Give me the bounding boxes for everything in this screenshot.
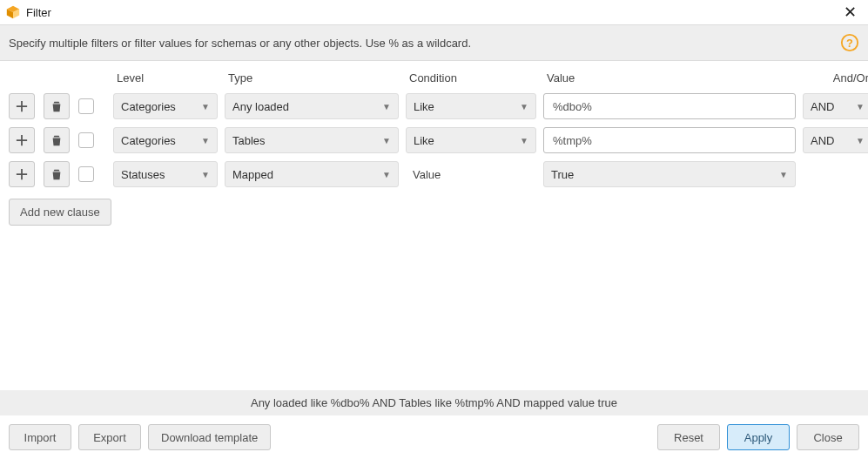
header-andor: And/Or [803,71,868,84]
svg-text:?: ? [846,37,853,50]
chevron-down-icon: ▼ [382,170,391,179]
chevron-down-icon: ▼ [856,102,865,111]
condition-select[interactable]: Like ▼ [406,93,536,119]
value-input[interactable] [543,127,796,153]
delete-row-button[interactable] [44,127,70,153]
add-row-button[interactable] [9,127,35,153]
filter-row: Statuses ▼ Mapped ▼ Value True ▼ [9,161,859,187]
chevron-down-icon: ▼ [201,170,210,179]
type-select-label: Tables [232,134,382,147]
value-input[interactable] [543,93,796,119]
header-condition: Condition [406,71,536,84]
type-select[interactable]: Mapped ▼ [225,161,399,187]
chevron-down-icon: ▼ [382,136,391,145]
chevron-down-icon: ▼ [201,136,210,145]
help-icon[interactable]: ? [840,33,859,52]
type-select-label: Mapped [232,168,382,181]
filter-grid: Level Type Condition Value And/Or Catego… [0,61,868,390]
condition-static: Value [406,168,536,181]
apply-button[interactable]: Apply [727,424,790,450]
andor-select-label: AND [811,100,856,113]
grid-header-row: Level Type Condition Value And/Or [9,71,859,84]
type-select-label: Any loaded [232,100,382,113]
header-type: Type [225,71,399,84]
download-template-button[interactable]: Download template [148,424,271,450]
chevron-down-icon: ▼ [779,170,788,179]
level-select[interactable]: Statuses ▼ [113,161,218,187]
level-select[interactable]: Categories ▼ [113,93,218,119]
chevron-down-icon: ▼ [520,136,528,145]
filter-row: Categories ▼ Tables ▼ Like ▼ AND ▼ [9,127,859,153]
value-select-label: True [551,168,779,181]
header-level: Level [113,71,218,84]
value-select[interactable]: True ▼ [543,161,796,187]
filter-row: Categories ▼ Any loaded ▼ Like ▼ AND ▼ [9,93,859,119]
footer: Import Export Download template Reset Ap… [0,415,868,459]
row-checkbox[interactable] [78,132,94,148]
level-select[interactable]: Categories ▼ [113,127,218,153]
delete-row-button[interactable] [44,93,70,119]
close-button[interactable]: Close [797,424,859,450]
app-icon [5,4,21,20]
title-bar: Filter ✕ [0,0,868,24]
chevron-down-icon: ▼ [382,102,391,111]
reset-button[interactable]: Reset [657,424,720,450]
row-checkbox[interactable] [78,98,94,114]
level-select-label: Categories [121,134,201,147]
chevron-down-icon: ▼ [856,136,865,145]
type-select[interactable]: Any loaded ▼ [225,93,399,119]
window-title: Filter [26,6,837,19]
row-checkbox[interactable] [78,166,94,182]
andor-select[interactable]: AND ▼ [803,93,868,119]
level-select-label: Statuses [121,168,201,181]
delete-row-button[interactable] [44,161,70,187]
condition-select-label: Like [414,134,520,147]
info-bar: Specify multiple filters or filter value… [0,24,868,61]
info-text: Specify multiple filters or filter value… [9,37,840,50]
add-row-button[interactable] [9,93,35,119]
export-button[interactable]: Export [78,424,141,450]
level-select-label: Categories [121,100,201,113]
import-button[interactable]: Import [9,424,71,450]
add-row-button[interactable] [9,161,35,187]
header-value: Value [543,71,796,84]
add-new-clause-button[interactable]: Add new clause [9,199,111,226]
chevron-down-icon: ▼ [520,102,528,111]
filter-summary: Any loaded like %dbo% AND Tables like %t… [0,390,868,415]
condition-select-label: Like [414,100,520,113]
close-icon[interactable]: ✕ [837,2,863,23]
type-select[interactable]: Tables ▼ [225,127,399,153]
chevron-down-icon: ▼ [201,102,210,111]
andor-select-label: AND [811,134,856,147]
andor-select[interactable]: AND ▼ [803,127,868,153]
condition-select[interactable]: Like ▼ [406,127,536,153]
